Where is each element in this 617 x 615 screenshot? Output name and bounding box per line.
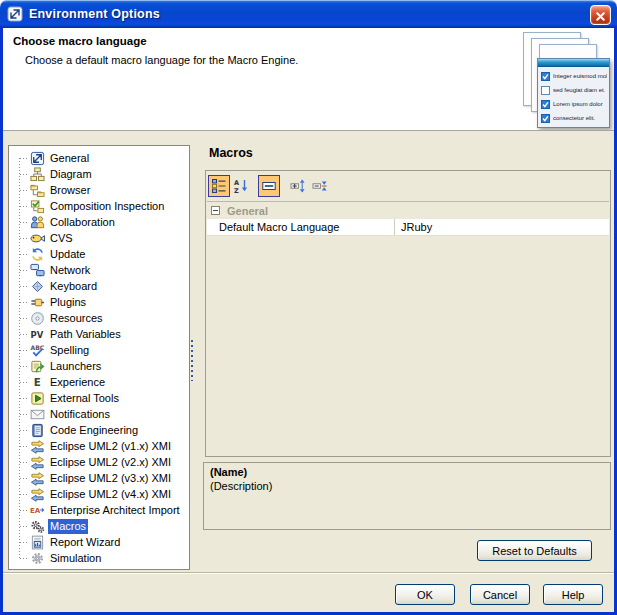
tree-item-keyboard[interactable]: Keyboard [9,278,189,294]
splitter-handle[interactable] [191,340,194,381]
expand-all-icon [290,178,306,194]
tree-item-composition-inspection[interactable]: Composition Inspection [9,198,189,214]
checklist-graphic: Integer euismod mollissed feugiat diam e… [537,58,610,128]
tree-item-network[interactable]: Network [9,262,189,278]
network-icon [30,263,45,278]
tree-connector [20,414,29,415]
tree-item-label: Launchers [48,359,103,374]
tree-item-path-variables[interactable]: PVPath Variables [9,326,189,342]
tree-connector [20,430,29,431]
property-value[interactable]: JRuby [395,219,609,235]
window-border-left [0,26,3,615]
sort-alphabetically-button[interactable]: AZ [230,175,252,197]
property-row-default-macro-language[interactable]: Default Macro LanguageJRuby [207,219,609,236]
tree-connector [20,462,29,463]
tree-item-simulation[interactable]: Simulation [9,550,189,566]
diagram-icon [30,167,45,182]
tree-item-label: General [48,151,91,166]
resources-icon [30,311,45,326]
tree-item-plugins[interactable]: Plugins [9,294,189,310]
close-button[interactable] [590,5,611,25]
tree-item-eclipse-uml2-v4-x-xmi[interactable]: Eclipse UML2 (v4.x) XMI [9,486,189,502]
checklist-items: Integer euismod mollissed feugiat diam e… [538,67,609,125]
tree-item-label: Code Engineering [48,423,140,438]
help-button[interactable]: Help [543,584,603,605]
tree-connector [20,206,29,207]
tree-item-label: Notifications [48,407,112,422]
cvs-icon [30,231,45,246]
collaboration-icon [30,215,45,230]
tree-connector [20,238,29,239]
tree-connector [20,542,29,543]
properties-group: AZ General Default Macro LanguageJRuby [205,170,611,457]
category-row-general[interactable]: General [207,202,609,219]
titlebar[interactable]: Environment Options [0,0,617,28]
show-description-button[interactable] [258,175,280,197]
ok-button[interactable]: OK [395,584,455,605]
tree-item-experience[interactable]: EExperience [9,374,189,390]
tree-item-general[interactable]: General [9,150,189,166]
checklist-item-label: Integer euismod mollis [553,73,607,79]
description-text: (Description) [210,480,604,492]
sort-alphabetically-icon: AZ [233,178,249,194]
footer-separator [3,572,614,573]
collapse-all-icon [312,178,328,194]
tree-connector [20,478,29,479]
tree-connector [20,350,29,351]
spelling-icon: ABC [30,343,45,358]
tree-item-update[interactable]: Update [9,246,189,262]
tree-item-label: Diagram [48,167,94,182]
tree-item-notifications[interactable]: Notifications [9,406,189,422]
checklist-graphic-titlebar [538,59,609,67]
tree-connector [20,286,29,287]
unchecked-checkbox-icon [541,86,550,95]
property-rows: Default Macro LanguageJRuby [207,219,609,236]
tree-item-label: Path Variables [48,327,123,342]
ea-import-icon: EA [30,503,45,518]
tree-item-label: Eclipse UML2 (v1.x) XMI [48,439,173,454]
environment-options-dialog: Environment Options Choose macro languag… [0,0,617,615]
categorized-view-icon [211,178,227,194]
code-engineering-icon [30,423,45,438]
panel-title: Macros [209,146,253,160]
tree-connector [20,510,29,511]
tree-connector [20,190,29,191]
tree-item-diagram[interactable]: Diagram [9,166,189,182]
tree-connector [20,526,29,527]
categorized-view-button[interactable] [208,175,230,197]
svg-text:EA: EA [30,505,41,514]
cancel-button[interactable]: Cancel [470,584,530,605]
tree-item-cvs[interactable]: CVS [9,230,189,246]
expand-all-button[interactable] [287,175,309,197]
external-tools-icon [30,391,45,406]
tree-item-macros[interactable]: Macros [9,518,189,534]
checked-checkbox-icon [541,100,550,109]
tree-item-report-wizard[interactable]: Report Wizard [9,534,189,550]
tree-item-resources[interactable]: Resources [9,310,189,326]
tree-item-eclipse-uml2-v2-x-xmi[interactable]: Eclipse UML2 (v2.x) XMI [9,454,189,470]
tree-item-launchers[interactable]: Launchers [9,358,189,374]
tree-item-collaboration[interactable]: Collaboration [9,214,189,230]
tree-item-browser[interactable]: Browser [9,182,189,198]
tree-connector [20,222,29,223]
xmi-icon [30,455,45,470]
svg-text:E: E [34,376,41,388]
tree-connector [20,270,29,271]
banner: Choose macro language Choose a default m… [3,28,614,131]
tree-item-eclipse-uml2-v3-x-xmi[interactable]: Eclipse UML2 (v3.x) XMI [9,470,189,486]
collapse-all-button[interactable] [309,175,331,197]
tree-item-enterprise-architect-import[interactable]: EAEnterprise Architect Import [9,502,189,518]
launchers-icon [30,359,45,374]
tree-item-spelling[interactable]: ABCSpelling [9,342,189,358]
reset-to-defaults-button[interactable]: Reset to Defaults [477,540,592,561]
collapse-icon[interactable] [211,206,220,215]
tree-item-code-engineering[interactable]: Code Engineering [9,422,189,438]
checklist-item: Integer euismod mollis [540,69,607,83]
tree-connector [20,254,29,255]
checklist-item-label: consectetur elit. [553,115,595,121]
tree-item-eclipse-uml2-v1-x-xmi[interactable]: Eclipse UML2 (v1.x) XMI [9,438,189,454]
tree-item-external-tools[interactable]: External Tools [9,390,189,406]
general-icon [30,151,45,166]
tree-item-label: Collaboration [48,215,117,230]
svg-text:ABC: ABC [30,344,44,351]
